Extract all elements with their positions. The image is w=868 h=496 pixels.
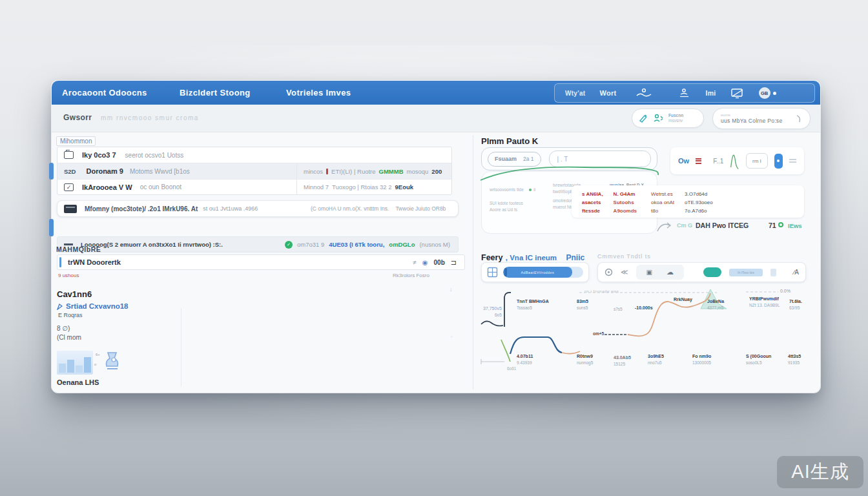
tab-braden[interactable]: Bizcldert Stoong xyxy=(180,88,251,98)
menu-icon[interactable] xyxy=(789,159,796,163)
cell-value: 9Eouk xyxy=(395,183,414,191)
header-bar: Arocaoont Odoocns Bizcldert Stoong Votri… xyxy=(52,81,820,105)
send-icon[interactable]: ⊐ xyxy=(451,258,457,267)
tab-account[interactable]: Arocaoont Odoocns xyxy=(62,88,147,98)
quick-actions-button[interactable]: Fuscnn msvsnv xyxy=(632,108,704,128)
cell-text: (C omoHA U nm.o(X. vntttm Ins. xyxy=(311,205,389,212)
table-row[interactable]: ✓ IkAroooea V W oc oun Boonot Minnod 7 T… xyxy=(57,179,451,194)
feery-title: Feery xyxy=(481,253,502,262)
row-subtitle: st ou1 Jvt1uwa .4966 xyxy=(203,205,258,212)
chart-label: 3o9hE5nno7u5 xyxy=(648,354,664,365)
summary-value: 71 xyxy=(769,222,776,229)
status-dot xyxy=(773,92,776,95)
composer-warning: 9 ushous xyxy=(58,273,79,278)
target-icon[interactable] xyxy=(604,268,613,276)
chart-axis-left: 37,750v5 6o5 xyxy=(483,306,502,317)
cloud-icon[interactable]: ☁ xyxy=(666,268,674,276)
composer-accent xyxy=(59,257,61,267)
composer[interactable]: trWN Dooorertk ≠ ◉ 00b ⊐ xyxy=(57,254,465,270)
column-divider xyxy=(473,135,473,389)
pen-nib-icon xyxy=(57,303,63,310)
person-wave-icon[interactable] xyxy=(636,88,652,98)
red-col-2: N. G4Am Sutoohs A9oomds xyxy=(614,191,637,212)
row-accent-1 xyxy=(49,163,54,180)
chart-label: Fo nm9o13000005 xyxy=(692,354,711,365)
stat-line: Aoore as Ud ts xyxy=(490,207,546,213)
chart-mid-label: om+5 xyxy=(593,331,604,336)
scroll-down-icon[interactable]: ↓ xyxy=(450,286,453,293)
trend-curve-green xyxy=(478,163,662,187)
search-input[interactable]: mm rnvcmooo smur croma xyxy=(101,114,199,121)
stat-line: wrtsoovoomts ttde xyxy=(490,187,524,192)
attachment-icon[interactable]: ≠ xyxy=(413,259,417,266)
sketch-arrow-icon xyxy=(656,220,673,234)
header-item-west[interactable]: Wty'at xyxy=(565,90,585,97)
table-row[interactable]: Iky 0co3 7 seerot ocsvo1 Uotss xyxy=(57,147,451,163)
cell-highlight-blue: 4UE03 (I 6Tk tooru, xyxy=(329,241,384,248)
export-icon[interactable]: ▣ xyxy=(646,269,652,276)
message-row[interactable]: Mfomny (moc3tote)/ .2o1 IMrkU96. At st o… xyxy=(57,200,459,217)
row-title: Mfomny (moc3tote)/ .2o1 IMrkU96. At xyxy=(85,205,198,212)
checkbox-checked-icon[interactable]: ✓ xyxy=(64,183,74,191)
mini-chart-thumbnail[interactable] xyxy=(57,351,93,375)
flag-icon xyxy=(326,169,328,174)
scope-search-button[interactable]: eums uus MbYa Colrne Po:se xyxy=(712,108,811,129)
chart-label: 4.07b119.43939 xyxy=(517,354,533,365)
slash-a-icon[interactable]: ∕A xyxy=(794,269,799,276)
bullet-icon xyxy=(529,189,532,191)
check-circle-icon: ✓ xyxy=(285,241,293,249)
mini-progress[interactable]: Ih ITsss Iws xyxy=(729,269,763,276)
thumb-tick-2: o xyxy=(94,362,96,366)
chart-label: 43.0Ab515125 xyxy=(614,355,631,366)
link-subtext: E Roqras xyxy=(58,312,83,318)
chart-label: 83m5suns5 xyxy=(577,299,588,310)
cell-text: mincos xyxy=(304,168,323,175)
feery-tag[interactable]: Pniic xyxy=(566,253,585,262)
red-col-4: 3.O7d64d oTE.93ooeo 7o.A7d6o xyxy=(685,191,713,212)
link-text: Srtiad Cxvavno18 xyxy=(66,302,129,310)
metric-value: F..1 xyxy=(713,158,723,165)
chart-label: JoBeNa4377,m5 xyxy=(707,299,724,310)
scope-caption: eums xyxy=(721,112,796,118)
summary-title: DAH Pwo ITCEG xyxy=(696,222,749,229)
header-item-wort[interactable]: Wort xyxy=(599,89,616,97)
primary-mini-button[interactable] xyxy=(774,154,783,169)
actions-caption-1: Fuscnn xyxy=(668,113,683,118)
watermark: AI生成 xyxy=(777,456,863,488)
header-item-imi[interactable]: Imi xyxy=(705,89,716,97)
summary-prefix: Cm G xyxy=(677,222,692,229)
search-label: Gwsorr xyxy=(63,113,92,122)
filter-badge: 2a 1 xyxy=(523,156,534,162)
link-row[interactable]: Srtiad Cxvavno18 xyxy=(57,302,129,310)
chart-label: R0tnw9nunnog5 xyxy=(577,354,593,365)
stats-col-1: wrtsoovoomts ttde ii SUI kdote tooteos A… xyxy=(490,182,546,233)
progress-bar[interactable]: AdBaatEVtIroddes xyxy=(503,267,583,278)
figure-icon[interactable] xyxy=(105,351,120,372)
avatar[interactable]: GB xyxy=(759,87,776,99)
monitor-slash-icon[interactable] xyxy=(730,88,745,99)
table-row-selected[interactable]: S2D Doronam 9 Motoms Wwvd [b1os mincos E… xyxy=(57,163,451,179)
composer-hint: Rk3rolors Fosro xyxy=(393,273,429,278)
red-col-1: s AN6IA, asacets ftessde xyxy=(582,191,603,212)
person-underline-icon[interactable] xyxy=(678,88,691,98)
feery-heading: Feery , Vna IC ineum Pniic xyxy=(481,251,584,263)
mini-box-button[interactable]: rm I xyxy=(746,153,768,169)
chart-label: -10.000s xyxy=(635,305,653,310)
toolbar: Gwsorr mm rnvcmooo smur croma Fuscnn msv… xyxy=(52,105,820,132)
task-row-selected[interactable]: Looooog(S 2 emuorr A on3txXo1 Ii rnvrtwo… xyxy=(57,236,459,253)
message-input[interactable]: trWN Dooorertk xyxy=(68,258,121,266)
mini-progress-text: Ih ITsss Iws xyxy=(738,271,754,274)
row-right-cell: Minnod 7 Tuoxogo | Rtoias 32 2 9Eouk xyxy=(296,180,451,194)
thumb-tick-1: 6+ xyxy=(96,353,100,356)
checkbox-icon[interactable] xyxy=(64,151,74,159)
record-group: Iky 0co3 7 seerot ocsvo1 Uotss S2D Doron… xyxy=(57,147,452,195)
row-right-cell: mincos ETI)(LI) | Ruotre GMMMB mosoqu 20… xyxy=(296,163,451,179)
cell-text: ETI)(LI) | Ruotre xyxy=(331,168,375,175)
chevrons-icon[interactable]: ≪ xyxy=(621,268,628,276)
toggle-on[interactable] xyxy=(703,267,721,277)
filter-value: Fsuaam xyxy=(495,156,517,162)
tab-variables[interactable]: Votrieles Imves xyxy=(286,88,351,98)
emoji-icon[interactable]: ◉ xyxy=(422,259,428,266)
chart-label: 4tt3s591935 xyxy=(788,354,801,365)
row-title: Doronam 9 xyxy=(86,167,123,175)
